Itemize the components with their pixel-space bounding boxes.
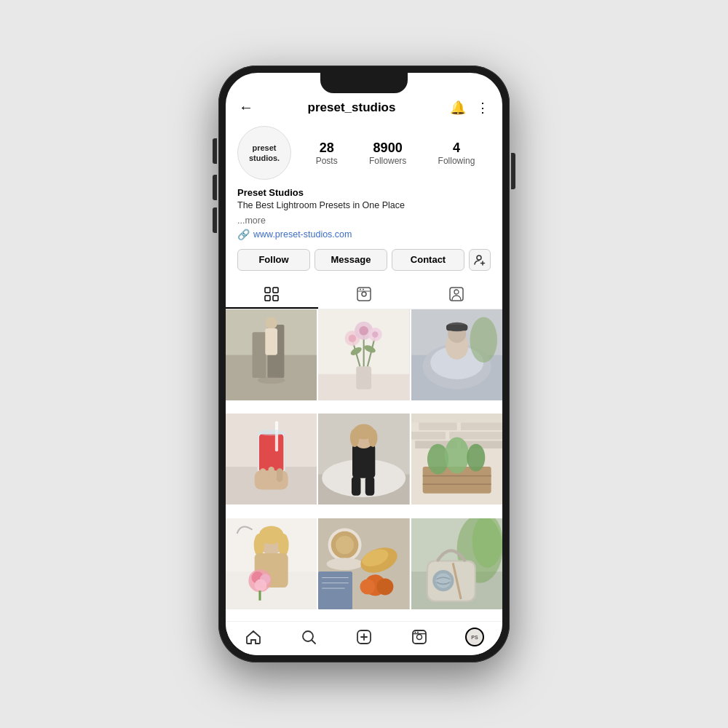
- message-button[interactable]: Message: [314, 249, 387, 271]
- profile-nav-avatar[interactable]: PS: [465, 628, 484, 646]
- bell-icon[interactable]: 🔔: [450, 100, 466, 116]
- stats-row: 28 Posts 8900 Followers 4 Following: [300, 141, 491, 166]
- svg-point-125: [417, 632, 419, 633]
- stat-posts: 28 Posts: [316, 141, 338, 166]
- svg-point-61: [368, 429, 378, 447]
- svg-rect-48: [275, 421, 278, 451]
- nav-reels[interactable]: [392, 628, 447, 646]
- grid-cell-4[interactable]: [226, 414, 317, 505]
- posts-label: Posts: [316, 156, 338, 166]
- svg-rect-63: [365, 477, 375, 496]
- svg-point-28: [349, 334, 356, 341]
- svg-point-114: [435, 573, 451, 588]
- svg-point-85: [278, 533, 289, 555]
- svg-rect-47: [259, 434, 283, 472]
- photo-grid: [226, 309, 502, 622]
- svg-point-13: [454, 290, 459, 294]
- avatar-text: preset studios.: [249, 143, 280, 164]
- header-icons: 🔔 ⋮: [450, 100, 489, 116]
- svg-point-102: [360, 579, 376, 594]
- svg-point-10: [360, 288, 361, 290]
- svg-rect-69: [411, 432, 446, 439]
- svg-rect-6: [273, 296, 278, 301]
- nav-search[interactable]: [281, 628, 336, 646]
- link-icon: 🔗: [237, 229, 250, 240]
- svg-point-122: [417, 635, 422, 640]
- nav-profile[interactable]: PS: [447, 628, 502, 646]
- followers-label: Followers: [369, 156, 406, 166]
- notch: [320, 73, 408, 93]
- tab-grid[interactable]: [226, 280, 318, 309]
- svg-point-90: [255, 579, 267, 591]
- svg-point-18: [265, 317, 277, 329]
- svg-point-77: [445, 437, 469, 473]
- svg-rect-16: [253, 332, 266, 378]
- svg-rect-3: [265, 288, 270, 293]
- svg-line-117: [312, 641, 316, 644]
- svg-point-78: [467, 444, 485, 472]
- svg-point-8: [362, 292, 366, 296]
- svg-rect-23: [357, 366, 372, 389]
- posts-count: 28: [320, 141, 334, 156]
- svg-point-49: [258, 430, 285, 435]
- svg-point-43: [470, 317, 497, 363]
- bottom-nav: PS: [226, 621, 502, 655]
- tab-reels[interactable]: [318, 280, 411, 309]
- add-friend-button[interactable]: [469, 249, 491, 271]
- svg-rect-66: [411, 414, 502, 423]
- follow-button[interactable]: Follow: [237, 249, 310, 271]
- phone-screen: ← preset_studios 🔔 ⋮ preset studios.: [226, 73, 502, 655]
- svg-rect-19: [265, 328, 277, 355]
- svg-point-124: [415, 632, 416, 633]
- grid-cell-5[interactable]: [318, 414, 409, 505]
- contact-button[interactable]: Contact: [392, 249, 464, 271]
- stat-following[interactable]: 4 Following: [438, 141, 475, 166]
- svg-rect-57: [352, 444, 375, 478]
- back-button[interactable]: ←: [239, 99, 253, 116]
- bio-description: The Best Lightroom Presets in One Place: [237, 199, 491, 213]
- website-link[interactable]: www.preset-studios.com: [253, 229, 352, 240]
- grid-cell-3[interactable]: [411, 309, 502, 400]
- action-buttons-row: Follow Message Contact: [226, 243, 502, 275]
- svg-point-32: [372, 331, 378, 337]
- svg-rect-52: [268, 467, 274, 483]
- svg-rect-5: [265, 296, 270, 301]
- svg-point-11: [363, 288, 364, 290]
- header: ← preset_studios 🔔 ⋮: [226, 93, 502, 120]
- tab-tagged[interactable]: [410, 280, 502, 309]
- svg-rect-67: [419, 423, 456, 430]
- svg-point-20: [258, 376, 285, 383]
- grid-cell-8[interactable]: [318, 518, 409, 609]
- svg-rect-4: [273, 288, 278, 293]
- grid-cell-7[interactable]: [226, 518, 317, 609]
- grid-cell-6[interactable]: [411, 414, 502, 505]
- bio-link-row: 🔗 www.preset-studios.com: [237, 229, 491, 240]
- svg-point-60: [350, 429, 360, 447]
- followers-count: 8900: [373, 141, 403, 156]
- svg-point-30: [360, 325, 369, 335]
- profile-name: Preset Studios: [237, 187, 491, 198]
- following-label: Following: [438, 156, 475, 166]
- svg-rect-7: [357, 288, 371, 301]
- grid-cell-2[interactable]: [318, 309, 409, 400]
- grid-cell-1[interactable]: [226, 309, 317, 400]
- tabs-row: [226, 280, 502, 309]
- svg-point-97: [327, 558, 363, 570]
- svg-point-0: [477, 256, 481, 260]
- menu-icon[interactable]: ⋮: [476, 100, 489, 116]
- following-count: 4: [453, 141, 460, 156]
- grid-cell-9[interactable]: [411, 518, 502, 609]
- svg-rect-62: [352, 477, 361, 496]
- screen-content: ← preset_studios 🔔 ⋮ preset studios.: [226, 73, 502, 655]
- nav-home[interactable]: [226, 628, 281, 646]
- bio-more[interactable]: ...more: [237, 215, 491, 226]
- avatar: preset studios.: [237, 126, 291, 180]
- svg-rect-51: [260, 468, 266, 483]
- profile-section: preset studios. 28 Posts 8900 Followers …: [226, 120, 502, 184]
- page-title: preset_studios: [308, 100, 396, 115]
- nav-add[interactable]: [336, 628, 392, 646]
- svg-point-96: [336, 536, 354, 554]
- stat-followers[interactable]: 8900 Followers: [369, 141, 406, 166]
- svg-rect-42: [446, 324, 467, 330]
- phone-device: ← preset_studios 🔔 ⋮ preset studios.: [218, 66, 510, 662]
